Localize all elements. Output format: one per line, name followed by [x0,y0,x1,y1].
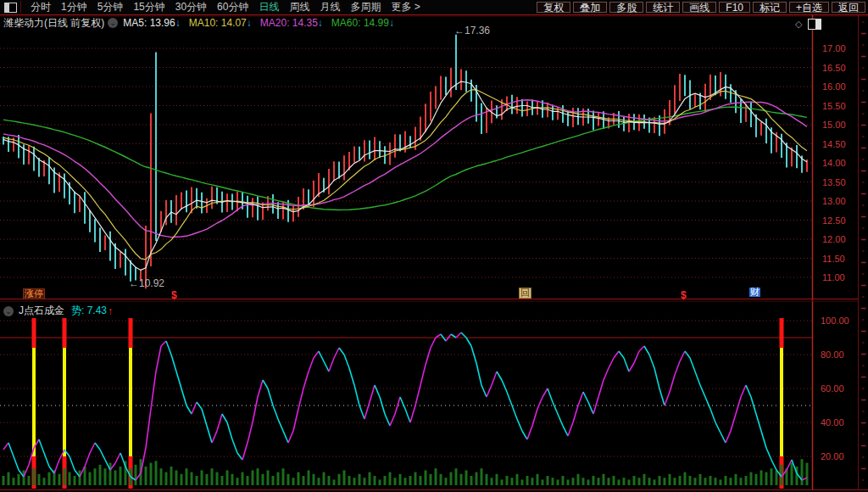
tab-more[interactable]: 更多 > [386,0,425,14]
price-tick-label: 15.50 [822,101,846,111]
tab-daily[interactable]: 日线 [253,0,284,14]
low-price-annotation: ←10.92 [129,277,164,289]
tab-monthly[interactable]: 月线 [314,0,345,14]
tab-5min[interactable]: 5分钟 [92,0,129,14]
price-tick-label: 15.00 [822,120,846,130]
indicator-histogram [3,459,809,485]
down-arrow-icon: ↓ [175,17,181,29]
multi-stock-button[interactable]: 多股 [609,2,643,13]
financial-report-marker[interactable]: 财 [749,288,760,297]
limit-up-marker[interactable]: 涨停 [23,288,45,299]
down-arrow-icon: ↓ [318,17,323,29]
stock-title: 潍柴动力(日线 前复权) [3,16,104,31]
mark-button[interactable]: 标记 [753,2,787,13]
ma60-value: MA60: 14.99↓ [331,17,394,29]
indicator-tick-label: 40.00 [821,417,844,428]
indicator-name: J点石成金 [19,304,64,318]
ma10-value: MA10: 14.07↓ [189,17,252,29]
price-tick-label: 17.00 [822,43,846,53]
down-arrow-icon: ↓ [389,17,394,29]
price-tick-label: 13.00 [822,196,846,206]
app-window: 分时 1分钟 5分钟 15分钟 30分钟 60分钟 日线 周线 月线 多周期 更… [0,0,868,492]
tab-fenshi[interactable]: 分时 [25,0,56,14]
indicator-value: 势: 7.43 [71,304,107,318]
price-tick-label: 12.00 [822,234,846,244]
tab-multi-period[interactable]: 多周期 [345,0,386,14]
ma-lines [3,81,807,270]
chart-header: 潍柴动力(日线 前复权) ⌄ MA5: 13.96↓ MA10: 14.07↓ … [3,17,403,29]
indicator-tick-label: 80.00 [821,349,844,360]
high-price-annotation: ←17.36 [454,25,490,36]
indicator-header: ⌄ J点石成金 势: 7.43 ↑ [3,304,113,318]
tab-weekly[interactable]: 周线 [284,0,314,14]
diamond-icon[interactable]: ◇ [795,19,802,30]
indicator-tick-label: 100.00 [821,316,849,326]
chevron-down-icon[interactable]: ⌄ [108,18,118,28]
right-strip-ticks [861,22,866,480]
ma5-value: MA5: 13.96↓ [123,17,180,29]
indicator-line [3,333,807,480]
fuquan-button[interactable]: 复权 [537,2,570,13]
tab-30min[interactable]: 30分钟 [170,0,212,14]
price-tick-label: 16.50 [822,63,846,73]
dividend-marker[interactable]: $ [681,291,687,300]
announcement-marker[interactable]: 回 [519,288,531,299]
chevron-down-icon[interactable]: ⌄ [3,306,14,316]
up-arrow-icon: ↑ [108,305,113,317]
tab-1min[interactable]: 1分钟 [56,0,92,14]
indicator-tick-label: 20.00 [821,451,844,461]
indicator-gridlines [0,321,812,456]
layout-split-icon[interactable] [4,3,17,13]
signal-bars [32,318,784,489]
window-split-icon[interactable] [808,19,821,30]
price-tick-label: 16.00 [822,81,846,92]
price-tick-label: 14.50 [822,139,846,149]
add-watchlist-button[interactable]: +自选 [789,2,829,13]
f10-button[interactable]: F10 [719,2,750,13]
price-tick-label: 11.50 [822,254,845,264]
chart-corner-icons: ◇ [795,19,821,30]
tab-60min[interactable]: 60分钟 [212,0,253,14]
back-button[interactable]: 返回 [832,2,865,13]
overlay-button[interactable]: 叠加 [573,2,607,13]
tab-15min[interactable]: 15分钟 [128,0,170,14]
top-toolbar: 分时 1分钟 5分钟 15分钟 30分钟 60分钟 日线 周线 月线 多周期 更… [0,0,868,14]
down-arrow-icon: ↓ [247,17,252,29]
indicator-tick-label: 60.00 [821,383,844,394]
draw-line-button[interactable]: 画线 [682,2,716,13]
toolbar-divider [20,1,21,14]
statistics-button[interactable]: 统计 [646,2,680,13]
ma20-value: MA20: 14.35↓ [260,17,323,29]
price-tick-label: 13.50 [822,177,846,187]
price-and-indicator-chart[interactable] [0,0,868,492]
dividend-marker[interactable]: $ [171,291,177,300]
price-tick-label: 12.50 [822,215,846,226]
price-tick-label: 14.00 [822,158,846,168]
price-tick-label: 11.00 [822,272,845,282]
